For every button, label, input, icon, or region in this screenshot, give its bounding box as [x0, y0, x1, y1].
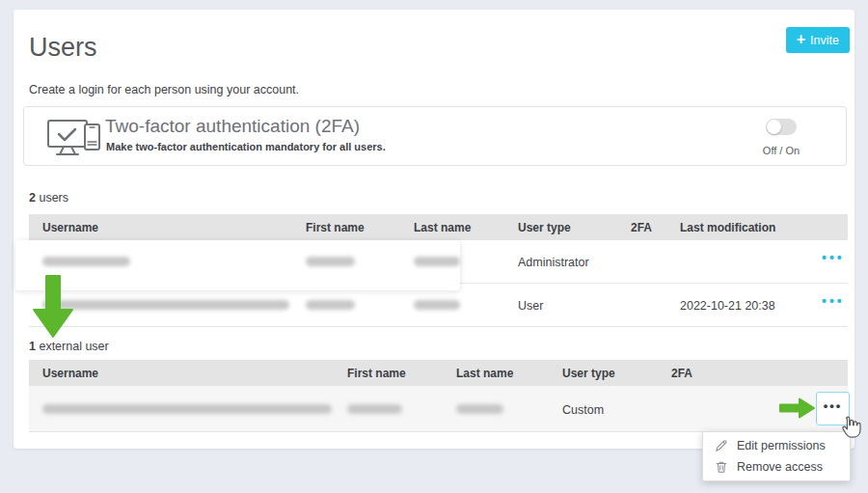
col-last-modification: Last modification [680, 221, 775, 234]
redacted-last-name [414, 257, 460, 266]
page-subtitle: Create a login for each person using you… [29, 83, 299, 96]
table-row: Custom [29, 386, 848, 431]
col-2fa: 2FA [631, 221, 652, 234]
plus-icon: + [797, 32, 805, 47]
twofa-panel: Two-factor authentication (2FA) Make two… [23, 106, 847, 166]
trash-icon [715, 460, 728, 474]
col-user-type: User type [562, 367, 615, 380]
menu-item-label: Edit permissions [737, 439, 826, 452]
col-2fa: 2FA [671, 367, 692, 380]
invite-button-label: Invite [810, 34, 839, 47]
invite-button[interactable]: + Invite [786, 27, 850, 53]
col-username: Username [42, 367, 98, 380]
user-type-value: Custom [562, 403, 604, 417]
col-user-type: User type [518, 221, 571, 234]
redacted-first-name [306, 300, 355, 310]
user-type-value: User [518, 299, 543, 313]
redacted-username [42, 404, 332, 414]
green-right-arrow-icon [779, 397, 816, 423]
menu-item-label: Remove access [737, 460, 823, 474]
devices-check-icon [45, 116, 105, 164]
external-users-table: Username First name Last name User type … [29, 360, 848, 432]
user-type-value: Administrator [518, 256, 589, 269]
redacted-username [42, 300, 289, 310]
menu-item-remove-access[interactable]: Remove access [703, 456, 850, 478]
table-bottom-border [29, 326, 848, 327]
redacted-first-name [347, 404, 402, 414]
menu-item-edit-permissions[interactable]: Edit permissions [703, 435, 850, 456]
toggle-knob [767, 120, 781, 134]
users-page-card: Users + Invite Create a login for each p… [14, 10, 854, 449]
redacted-last-name [456, 404, 503, 414]
twofa-title: Two-factor authentication (2FA) [105, 116, 360, 137]
last-modification-value: 2022-10-21 20:38 [680, 299, 775, 313]
toggle-label: Off / On [751, 145, 811, 156]
users-count: 2 [29, 191, 36, 205]
col-last-name: Last name [456, 367, 513, 380]
redacted-first-name [306, 257, 355, 266]
users-count-label: 2 users [29, 191, 68, 205]
redacted-last-name [414, 300, 460, 310]
external-table-header: Username First name Last name User type … [29, 360, 848, 386]
users-table-header: Username First name Last name User type … [29, 214, 848, 240]
col-first-name: First name [306, 221, 365, 234]
redacted-username [42, 257, 130, 266]
col-first-name: First name [347, 367, 406, 380]
page-title: Users [29, 33, 97, 63]
col-last-name: Last name [414, 221, 471, 234]
green-down-arrow-icon [32, 275, 74, 343]
row-actions-button[interactable]: ••• [822, 250, 845, 265]
pencil-icon [715, 439, 728, 452]
row-context-menu: Edit permissions Remove access [702, 431, 851, 481]
users-table: Username First name Last name User type … [29, 214, 848, 336]
cursor-pointer-icon [838, 415, 861, 445]
twofa-toggle[interactable] [766, 119, 797, 135]
users-count-suffix: users [39, 191, 68, 205]
twofa-description: Make two-factor authentication mandatory… [106, 141, 386, 152]
row-actions-button[interactable]: ••• [822, 293, 845, 309]
col-username: Username [42, 221, 98, 234]
